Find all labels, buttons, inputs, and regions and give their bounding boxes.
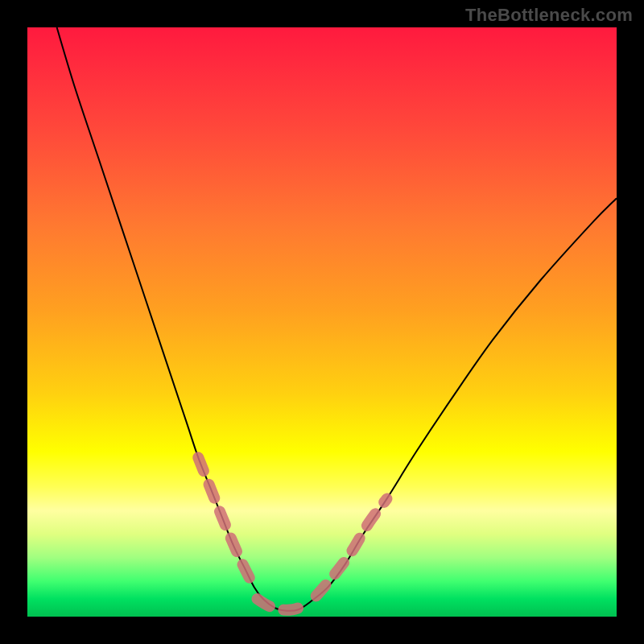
series-highlight-right	[316, 499, 387, 597]
chart-svg	[27, 27, 617, 617]
series-highlight-bottom	[257, 599, 304, 610]
chart-frame: TheBottleneck.com	[0, 0, 644, 644]
series-curve	[57, 27, 617, 611]
watermark-text: TheBottleneck.com	[465, 5, 633, 26]
